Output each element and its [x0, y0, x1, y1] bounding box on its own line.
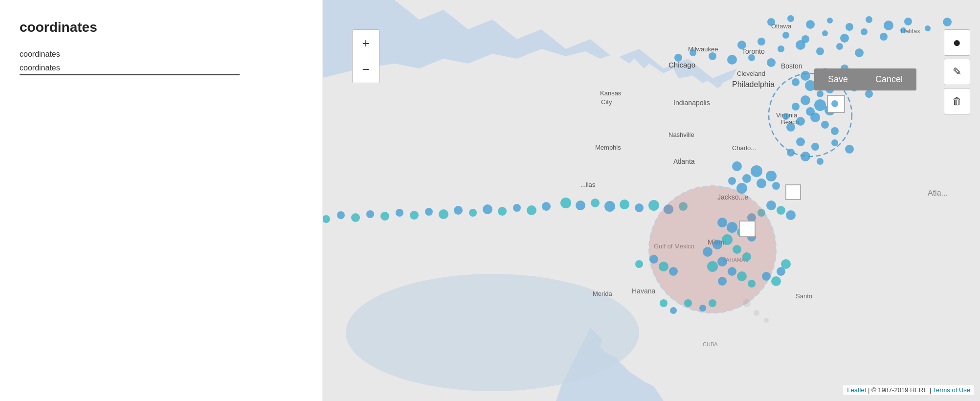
svg-point-123 — [777, 206, 785, 215]
svg-point-106 — [542, 202, 551, 211]
svg-point-83 — [811, 143, 819, 151]
svg-point-88 — [817, 158, 824, 165]
svg-point-157 — [709, 299, 716, 307]
svg-point-42 — [782, 32, 789, 39]
svg-point-72 — [792, 103, 800, 111]
svg-point-38 — [884, 21, 893, 30]
action-buttons: Save Cancel — [814, 68, 916, 90]
svg-point-110 — [483, 204, 492, 214]
trash-icon: 🗑 — [952, 96, 962, 107]
svg-point-129 — [717, 218, 727, 227]
svg-point-150 — [669, 267, 678, 276]
svg-point-135 — [733, 245, 741, 254]
svg-point-120 — [337, 211, 345, 219]
svg-point-134 — [713, 240, 722, 249]
svg-point-41 — [943, 18, 952, 26]
svg-point-62 — [801, 71, 810, 81]
svg-point-151 — [635, 260, 643, 268]
svg-point-35 — [827, 18, 833, 23]
svg-point-96 — [728, 177, 736, 185]
svg-point-137 — [742, 252, 751, 261]
svg-point-3 — [764, 318, 769, 323]
svg-text:Charlo...: Charlo... — [732, 144, 756, 152]
svg-point-67 — [792, 78, 800, 86]
svg-point-68 — [817, 90, 824, 97]
svg-point-130 — [727, 222, 737, 233]
svg-point-61 — [674, 54, 682, 62]
svg-point-78 — [786, 123, 795, 132]
delete-button[interactable]: 🗑 — [944, 88, 970, 114]
svg-point-75 — [796, 117, 805, 126]
svg-point-51 — [778, 45, 784, 52]
svg-rect-152 — [739, 221, 755, 237]
svg-point-154 — [670, 307, 677, 314]
svg-point-94 — [772, 182, 780, 190]
svg-point-69 — [801, 95, 810, 105]
svg-point-140 — [728, 267, 736, 276]
leaflet-link[interactable]: Leaflet — [847, 386, 866, 394]
svg-point-58 — [748, 54, 755, 61]
svg-point-56 — [709, 52, 716, 60]
svg-point-124 — [786, 210, 796, 220]
zoom-out-button[interactable]: − — [353, 56, 379, 83]
svg-point-44 — [822, 30, 828, 36]
svg-point-45 — [840, 34, 849, 43]
svg-point-115 — [410, 211, 419, 220]
svg-point-103 — [648, 200, 659, 211]
svg-point-91 — [766, 171, 777, 181]
svg-point-119 — [351, 213, 360, 222]
svg-point-40 — [925, 25, 931, 31]
svg-point-107 — [527, 205, 536, 215]
terms-of-use-link[interactable]: Terms of Use — [933, 386, 970, 394]
svg-point-93 — [757, 178, 766, 188]
svg-point-102 — [635, 203, 644, 212]
coordinates-input[interactable] — [20, 62, 240, 75]
svg-point-70 — [814, 99, 826, 111]
svg-text:Atlanta: Atlanta — [673, 157, 695, 165]
svg-point-77 — [782, 113, 789, 120]
svg-text:Nashville: Nashville — [668, 131, 694, 138]
draw-circle-icon: ● — [953, 35, 961, 50]
svg-text:Santo: Santo — [796, 292, 812, 300]
draw-circle-button[interactable]: ● — [944, 29, 970, 56]
svg-point-86 — [787, 149, 795, 156]
svg-point-156 — [699, 305, 706, 312]
svg-text:Memphis: Memphis — [595, 144, 621, 151]
svg-point-117 — [380, 212, 389, 221]
field-label: coordinates — [20, 50, 303, 59]
svg-point-74 — [810, 112, 820, 122]
attribution: Leaflet | © 1987-2019 HERE | Terms of Us… — [843, 385, 974, 395]
svg-point-147 — [781, 259, 791, 269]
svg-point-37 — [866, 16, 872, 23]
page-title: coordinates — [20, 20, 303, 35]
svg-point-138 — [717, 257, 727, 267]
svg-point-153 — [660, 299, 668, 307]
svg-point-136 — [703, 247, 713, 257]
svg-point-145 — [771, 276, 781, 286]
svg-point-92 — [742, 174, 751, 183]
svg-point-84 — [831, 139, 838, 146]
zoom-in-button[interactable]: + — [353, 30, 379, 56]
svg-text:Cleveland: Cleveland — [737, 70, 765, 77]
svg-point-159 — [865, 90, 873, 98]
svg-point-143 — [748, 280, 756, 288]
right-icon-buttons: ● ✎ 🗑 — [944, 29, 970, 114]
edit-button[interactable]: ✎ — [944, 59, 970, 85]
save-button[interactable]: Save — [814, 68, 862, 90]
svg-text:Kansas: Kansas — [600, 89, 622, 97]
svg-point-142 — [718, 277, 727, 286]
svg-point-52 — [796, 40, 805, 50]
svg-point-149 — [659, 262, 668, 271]
svg-point-34 — [806, 20, 815, 29]
cancel-button[interactable]: Cancel — [862, 68, 916, 90]
svg-point-49 — [737, 41, 746, 49]
svg-text:City: City — [601, 98, 612, 106]
svg-point-90 — [751, 165, 762, 177]
svg-text:Havana: Havana — [632, 287, 655, 295]
svg-point-97 — [560, 198, 571, 208]
svg-point-111 — [469, 209, 477, 217]
svg-point-118 — [366, 210, 374, 218]
svg-point-54 — [836, 43, 843, 50]
svg-point-133 — [722, 234, 733, 245]
svg-point-112 — [454, 206, 463, 215]
